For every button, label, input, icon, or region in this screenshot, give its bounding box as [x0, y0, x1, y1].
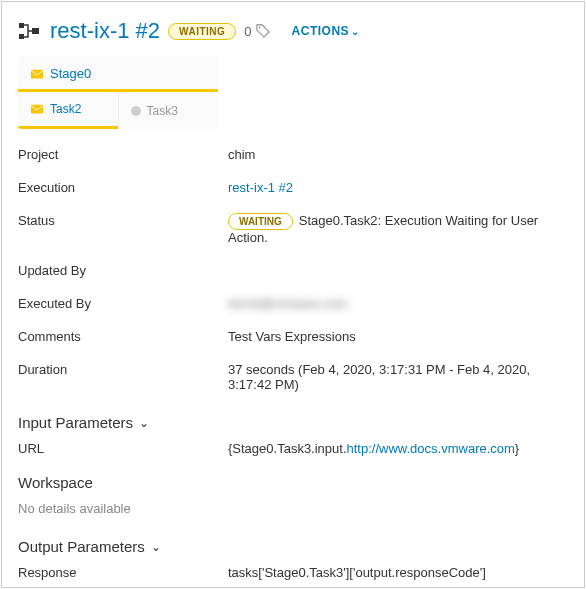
section-workspace: Workspace: [18, 474, 568, 491]
chevron-down-icon: ⌄: [139, 416, 149, 430]
task-label: Task3: [147, 104, 178, 118]
workspace-empty-text: No details available: [18, 501, 568, 516]
svg-rect-5: [31, 105, 43, 114]
task-task2[interactable]: Task2: [18, 92, 118, 129]
section-title: Workspace: [18, 474, 93, 491]
section-title: Input Parameters: [18, 414, 133, 431]
output-param-label-response: Response: [18, 565, 228, 580]
prop-value-executed-by: kerrib@vmware.com: [228, 296, 568, 311]
prop-value-project: chim: [228, 147, 568, 162]
prop-label-status: Status: [18, 213, 228, 228]
svg-point-3: [258, 27, 260, 29]
header-row: rest-ix-1 #2 WAITING 0 ACTIONS ⌄: [18, 18, 568, 44]
chevron-down-icon: ⌄: [351, 26, 360, 37]
input-param-value-url: {Stage0.Task3.input.http://www.docs.vmwa…: [228, 441, 568, 456]
prop-value-status: WAITINGStage0.Task2: Execution Waiting f…: [228, 213, 568, 245]
task-label: Task2: [50, 102, 81, 116]
pipeline-icon: [18, 19, 42, 43]
envelope-icon: [30, 67, 44, 81]
execution-link[interactable]: rest-ix-1 #2: [228, 180, 293, 195]
status-badge: WAITING: [168, 23, 236, 40]
svg-rect-4: [31, 69, 43, 78]
stage-header[interactable]: Stage0: [18, 56, 218, 92]
pending-dot-icon: [131, 106, 141, 116]
output-param-row: Response tasks['Stage0.Task3']['output.r…: [18, 565, 568, 580]
svg-rect-2: [32, 28, 39, 34]
url-link[interactable]: http://www.docs.vmware.com: [347, 441, 515, 456]
status-badge-inline: WAITING: [228, 213, 293, 230]
tag-count[interactable]: 0: [244, 24, 269, 39]
section-output-parameters[interactable]: Output Parameters ⌄: [18, 538, 568, 555]
execution-title-link[interactable]: rest-ix-1 #2: [50, 18, 160, 44]
input-param-label-url: URL: [18, 441, 228, 456]
url-prefix: {Stage0.Task3.input.: [228, 441, 347, 456]
tag-count-number: 0: [244, 24, 251, 39]
prop-value-execution: rest-ix-1 #2: [228, 180, 568, 195]
envelope-icon: [30, 102, 44, 116]
properties-grid: Project chim Execution rest-ix-1 #2 Stat…: [18, 147, 568, 392]
output-param-value-response: tasks['Stage0.Task3']['output.responseCo…: [228, 565, 568, 580]
stage-label: Stage0: [50, 66, 91, 81]
actions-dropdown[interactable]: ACTIONS ⌄: [292, 24, 360, 38]
tag-icon: [256, 24, 270, 38]
prop-value-duration: 37 seconds (Feb 4, 2020, 3:17:31 PM - Fe…: [228, 362, 568, 392]
prop-label-duration: Duration: [18, 362, 228, 377]
chevron-down-icon: ⌄: [151, 540, 161, 554]
prop-label-updated-by: Updated By: [18, 263, 228, 278]
execution-detail-panel: rest-ix-1 #2 WAITING 0 ACTIONS ⌄ Stage0: [1, 1, 585, 588]
section-title: Output Parameters: [18, 538, 145, 555]
prop-label-project: Project: [18, 147, 228, 162]
actions-label: ACTIONS: [292, 24, 350, 38]
prop-value-comments: Test Vars Expressions: [228, 329, 568, 344]
svg-rect-1: [19, 34, 24, 39]
input-param-row: URL {Stage0.Task3.input.http://www.docs.…: [18, 441, 568, 456]
stages-widget: Stage0 Task2 Task3: [18, 56, 218, 129]
prop-label-executed-by: Executed By: [18, 296, 228, 311]
url-suffix: }: [515, 441, 519, 456]
svg-rect-0: [19, 23, 24, 28]
prop-label-comments: Comments: [18, 329, 228, 344]
task-task3[interactable]: Task3: [118, 92, 219, 129]
prop-label-execution: Execution: [18, 180, 228, 195]
section-input-parameters[interactable]: Input Parameters ⌄: [18, 414, 568, 431]
tasks-row: Task2 Task3: [18, 92, 218, 129]
